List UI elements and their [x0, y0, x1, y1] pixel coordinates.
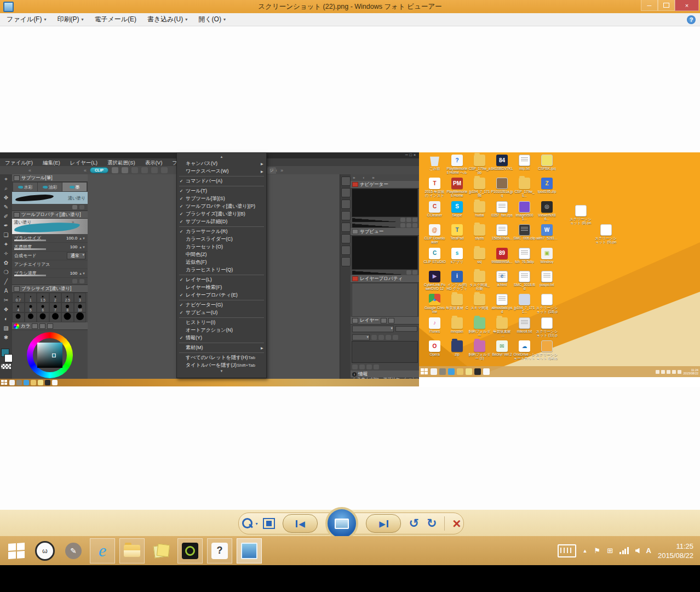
brush-size-cell[interactable] — [25, 312, 37, 322]
blend-mode-select[interactable]: 通常 — [67, 252, 85, 259]
csp-menu-item[interactable]: レイヤー(L) — [65, 159, 102, 166]
desktop-icon[interactable]: スクリーンショット (9).png — [593, 224, 618, 244]
tool-icon[interactable]: ◐ — [1, 314, 11, 323]
spinner-icon[interactable]: ▲▼ — [79, 237, 85, 240]
scroll-down-icon[interactable]: ▼ — [177, 369, 266, 374]
help-button[interactable]: ? — [687, 15, 696, 24]
window-menu-item[interactable]: ✓ ヒストリー(I) ▶ — [177, 318, 266, 326]
volume-icon[interactable] — [635, 548, 640, 554]
navigator-preview[interactable] — [352, 189, 418, 217]
sub-color-swatch[interactable] — [4, 354, 13, 362]
next-button[interactable]: ▶ — [366, 514, 401, 533]
brush-size-cell[interactable]: 3 — [74, 293, 87, 303]
tool-icon[interactable]: ✂ — [1, 295, 11, 305]
panel-collapse-row[interactable]: »‹» — [351, 174, 419, 181]
embedded-taskbar-app[interactable] — [31, 380, 36, 385]
desktop-icon[interactable]: C CCleaner — [423, 201, 446, 224]
rotate-clockwise-button[interactable]: ↻ — [427, 517, 437, 530]
tool-icon[interactable]: ✱ — [1, 333, 11, 342]
desktop-icon[interactable]: スクリーンショット (11).png — [536, 317, 558, 340]
dock-layer-icon[interactable] — [341, 211, 351, 220]
window-menu-item[interactable]: ✓ すべてのパレットを隠す(H) Tab ▶ — [177, 354, 266, 361]
mask-icon[interactable] — [386, 335, 391, 340]
brush-size-cell[interactable] — [37, 312, 49, 322]
embedded-taskbar-app[interactable] — [24, 380, 29, 385]
desktop-icon[interactable]: スキマ関連 — [468, 294, 491, 317]
embedded-taskbar-app[interactable] — [457, 368, 463, 375]
collapse-icon[interactable]: « — [28, 168, 31, 173]
ime-language-icon[interactable]: A — [646, 547, 651, 555]
desktop-icon[interactable]: O Opera — [423, 340, 446, 363]
brush-size-cell[interactable]: 2 — [49, 293, 62, 303]
spinner-icon[interactable]: ▲▼ — [79, 272, 85, 275]
desktop-icon[interactable]: jp194_7_1711... — [513, 294, 536, 317]
desktop-icon[interactable]: CSP_179w_s... — [513, 178, 536, 201]
dock-navigator-icon[interactable] — [341, 188, 351, 197]
window-menu-item[interactable]: ✓ タイトルバーを隠す(J) Shift+Tab ▶ — [177, 361, 266, 369]
windows-tray-icon[interactable]: ⊞ — [607, 547, 613, 555]
brush-size-cell[interactable]: 8 — [61, 303, 74, 312]
tool-icon[interactable]: ⌕ — [1, 184, 11, 193]
desktop-icon[interactable]: hudai — [468, 201, 491, 224]
desktop-icon[interactable]: 1585876da... — [491, 224, 513, 247]
desktop-icon[interactable]: PM PlayMemories Home — [446, 178, 468, 201]
tool-icon[interactable]: ✥ — [1, 193, 11, 202]
tool-icon[interactable]: ❍ — [1, 267, 11, 277]
window-menu-item[interactable]: ✓ 素材(M) ▶ — [177, 344, 266, 351]
scroll-up-icon[interactable]: ▲ — [177, 155, 266, 160]
embedded-taskbar-app[interactable] — [448, 368, 455, 375]
slideshow-button[interactable] — [325, 507, 358, 540]
csp-menu-item[interactable]: 表示(V) — [140, 159, 168, 166]
window-menu-item[interactable]: ✓ ワークスペース(W) ▶ — [177, 167, 266, 175]
embedded-taskbar-app[interactable] — [38, 380, 43, 385]
desktop-icon[interactable]: ♪ iTunes — [423, 317, 446, 340]
desktop-icon[interactable]: i インテル(R) HD グラフィックス... — [446, 271, 468, 294]
save-icon[interactable] — [131, 167, 138, 173]
desktop-icon[interactable]: 84 841SBDV7KL — [491, 155, 513, 178]
desktop-icon[interactable]: 飼料フォルダー — [468, 317, 491, 340]
desktop-icon[interactable]: 年賀状素材_... — [491, 317, 513, 340]
desktop-icon[interactable]: P1010261a.jpg — [491, 178, 513, 201]
subview-panel-header[interactable]: サブビュー — [351, 228, 419, 236]
ruler-icon[interactable] — [393, 335, 398, 340]
tool-icon[interactable]: ❏ — [1, 230, 11, 240]
desktop-icon[interactable]: 年賀状素材_C — [446, 294, 468, 317]
lock-transparent-icon[interactable] — [378, 335, 384, 340]
desktop-icon[interactable]: スクリーンショット (18).png — [536, 294, 558, 317]
tool-icon[interactable]: A — [1, 286, 11, 295]
embedded-taskbar-app[interactable] — [431, 368, 437, 375]
open-file-icon[interactable] — [122, 167, 128, 173]
window-menu-item[interactable]: ✓ レイヤー検索(F) ▶ — [177, 283, 266, 291]
brush-size-cell[interactable]: 7 — [49, 303, 62, 312]
embedded-start-button[interactable] — [1, 380, 8, 385]
zoom-dropdown-icon[interactable]: ▾ — [255, 521, 257, 526]
desktop-icon[interactable]: ✉ Becky! Ver.2 — [491, 340, 513, 363]
actual-size-button[interactable] — [263, 518, 275, 529]
window-menu-item[interactable]: ✓ レイヤー(L) ▶ — [177, 276, 266, 283]
tray-icon[interactable] — [672, 370, 676, 374]
desktop-icon[interactable]: SMC_006.clip — [513, 224, 536, 247]
window-menu-item[interactable]: ✓ カラーサークル(R) ▶ — [177, 227, 266, 235]
lock-icon[interactable] — [371, 335, 377, 340]
menubar-item[interactable]: ファイル(F) ▾ — [2, 13, 50, 26]
desktop-icon[interactable]: SMC_3018.flld — [513, 271, 536, 294]
layer-property-panel-header[interactable]: レイヤープロパティ — [351, 275, 419, 283]
internet-explorer-button[interactable]: e — [90, 538, 115, 563]
embedded-taskbar-app[interactable] — [16, 380, 22, 385]
layer-blend-select[interactable] — [352, 326, 394, 332]
tool-icon[interactable]: ⌖ — [1, 174, 11, 184]
color-tab-icon[interactable] — [47, 323, 53, 329]
dock-material-icon[interactable] — [341, 234, 351, 243]
tool-property-row[interactable]: ブラシサイズ 100.0 100.0 ▲▼ — [12, 234, 88, 243]
window-menu-item[interactable]: ✓ ブラシサイズ[濃い塗り](B) ▶ — [177, 210, 266, 218]
desktop-icon[interactable]: jp194_7_17198 — [468, 178, 491, 201]
csp-menu-item[interactable]: ファイル(F) — [0, 159, 38, 166]
csp-menu-item[interactable]: 編集(E) — [38, 159, 65, 166]
merge-icon[interactable] — [366, 365, 372, 369]
cat-app-button[interactable]: ω — [33, 539, 57, 563]
desktop-icon[interactable]: 飼料フォルダー (1) — [468, 340, 491, 363]
wrench-icon[interactable] — [79, 279, 84, 283]
detail-icon[interactable]: » — [72, 220, 86, 233]
brush-size-cell[interactable]: 10 — [74, 303, 87, 312]
brush-size-cell[interactable] — [49, 312, 62, 322]
